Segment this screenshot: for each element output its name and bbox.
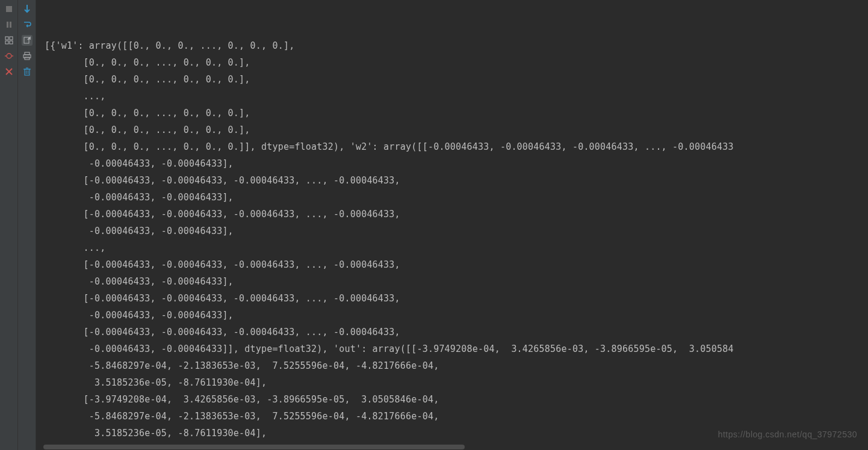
svg-rect-18 (25, 69, 29, 75)
svg-rect-1 (7, 22, 8, 28)
svg-rect-4 (10, 37, 13, 40)
console-toolbar (18, 0, 36, 450)
print-icon[interactable] (22, 51, 33, 61)
pause-icon[interactable] (4, 19, 14, 30)
soft-wrap-icon[interactable] (22, 19, 33, 30)
svg-rect-13 (24, 37, 29, 43)
svg-rect-2 (10, 22, 11, 28)
debug-icon[interactable] (4, 51, 14, 61)
svg-rect-3 (5, 37, 8, 40)
stop-icon[interactable] (4, 4, 14, 14)
svg-point-7 (7, 54, 11, 58)
arrow-down-icon[interactable] (22, 4, 33, 14)
svg-rect-15 (25, 52, 29, 55)
debug-toolbar (0, 0, 18, 450)
svg-rect-5 (5, 41, 8, 44)
svg-rect-0 (6, 6, 12, 12)
console-text: [{'w1': array([[0., 0., 0., ..., 0., 0.,… (45, 37, 862, 450)
horizontal-scrollbar[interactable] (36, 444, 868, 450)
svg-rect-6 (10, 41, 13, 44)
console-output[interactable]: [{'w1': array([[0., 0., 0., ..., 0., 0.,… (36, 0, 868, 450)
trash-icon[interactable] (22, 66, 33, 77)
scrollbar-thumb[interactable] (43, 445, 465, 449)
layout-icon[interactable] (4, 35, 14, 46)
close-icon[interactable] (4, 66, 14, 77)
export-icon[interactable] (22, 35, 33, 46)
